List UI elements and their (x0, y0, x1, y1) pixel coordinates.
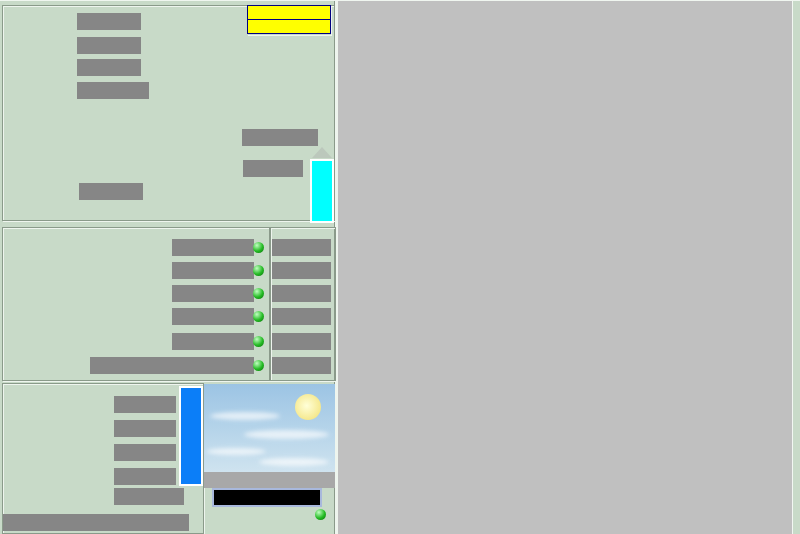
extreme-row-value (172, 239, 254, 256)
extreme-row-time (272, 285, 331, 302)
wind-direction-compass (246, 37, 338, 137)
wind-chill-value (243, 160, 303, 177)
extreme-row-value (172, 308, 254, 325)
gust-pointer-icon (312, 147, 332, 158)
extreme-row-time (272, 357, 331, 374)
et-box (247, 19, 331, 34)
charts-panel (338, 1, 792, 534)
alarm-led (315, 509, 326, 520)
status-led (253, 288, 264, 299)
sky-picture (204, 384, 335, 472)
loft-indoor-value (79, 183, 143, 200)
rain-row-value (114, 444, 176, 461)
rain-row-value (114, 396, 176, 413)
extreme-row-time (272, 239, 331, 256)
extreme-row-value (172, 285, 254, 302)
cloud-icon (244, 430, 329, 439)
sun-icon (295, 394, 321, 420)
wind-direction-readout (242, 129, 318, 146)
rain-row-value (114, 420, 176, 437)
wind-speed-gauge (130, 41, 242, 143)
status-led (253, 360, 264, 371)
cloud-icon (259, 458, 329, 466)
date-display (204, 472, 335, 488)
rain-row-value (114, 468, 176, 485)
extreme-row-time (272, 308, 331, 325)
gust-bar-gauge (310, 159, 334, 223)
avg-wind-value (77, 13, 141, 30)
extreme-row-time (272, 333, 331, 350)
extreme-row-value (172, 262, 254, 279)
solar-et-container (247, 5, 331, 35)
extreme-row-value (90, 357, 254, 374)
status-led (253, 336, 264, 347)
window-right-edge (792, 1, 800, 534)
extreme-row-time (272, 262, 331, 279)
rain-row-value (114, 488, 184, 505)
extreme-row-value (172, 333, 254, 350)
charts-canvas (338, 1, 792, 534)
status-led (253, 265, 264, 276)
rain-rate-value (3, 514, 189, 531)
rain-bar-gauge (179, 386, 203, 486)
solar-percent-box (247, 5, 331, 20)
clock-display (212, 488, 322, 507)
cloud-icon (210, 412, 280, 420)
weather-display-window (0, 0, 800, 534)
status-led (253, 311, 264, 322)
cloud-icon (206, 448, 266, 455)
status-led (253, 242, 264, 253)
